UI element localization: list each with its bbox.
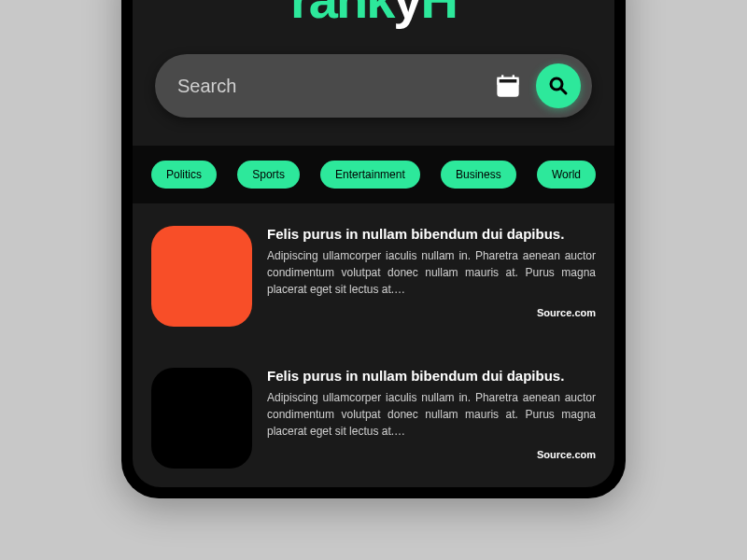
app-screen: rankyH 7 [133, 0, 614, 487]
search-section: 7 [133, 35, 614, 146]
app-logo: rankyH [133, 0, 614, 26]
article-thumbnail [151, 368, 252, 469]
article-item[interactable]: Felis purus in nullam bibendum dui dapib… [133, 203, 614, 345]
svg-text:7: 7 [505, 83, 511, 94]
category-chip-business[interactable]: Business [441, 161, 516, 189]
search-input[interactable] [177, 76, 480, 97]
phone-frame: rankyH 7 [121, 0, 626, 498]
article-source: Source.com [267, 449, 596, 460]
article-text: Adipiscing ullamcorper iaculis nullam in… [267, 247, 596, 298]
svg-line-6 [561, 89, 566, 93]
search-button[interactable] [536, 63, 581, 108]
article-title: Felis purus in nullam bibendum dui dapib… [267, 226, 596, 242]
article-title: Felis purus in nullam bibendum dui dapib… [267, 368, 596, 384]
calendar-icon: 7 [495, 73, 521, 99]
search-icon [547, 75, 570, 97]
logo-area: rankyH [133, 0, 614, 35]
article-source: Source.com [267, 307, 596, 318]
article-content: Felis purus in nullam bibendum dui dapib… [267, 226, 596, 318]
article-item[interactable]: Felis purus in nullam bibendum dui dapib… [133, 345, 614, 487]
category-chip-entertainment[interactable]: Entertainment [320, 161, 420, 189]
logo-part2: y [393, 0, 420, 29]
category-chip-sports[interactable]: Sports [237, 161, 300, 189]
category-chip-world[interactable]: World [537, 161, 596, 189]
calendar-button[interactable]: 7 [491, 69, 525, 103]
category-chip-politics[interactable]: Politics [151, 161, 217, 189]
article-thumbnail [151, 226, 252, 327]
article-text: Adipiscing ullamcorper iaculis nullam in… [267, 389, 596, 440]
article-list: Felis purus in nullam bibendum dui dapib… [133, 203, 614, 487]
logo-part3: H [421, 0, 457, 29]
category-bar: Politics Sports Entertainment Business W… [133, 146, 614, 203]
logo-part1: rank [290, 0, 393, 29]
search-bar: 7 [155, 54, 592, 118]
article-content: Felis purus in nullam bibendum dui dapib… [267, 368, 596, 460]
